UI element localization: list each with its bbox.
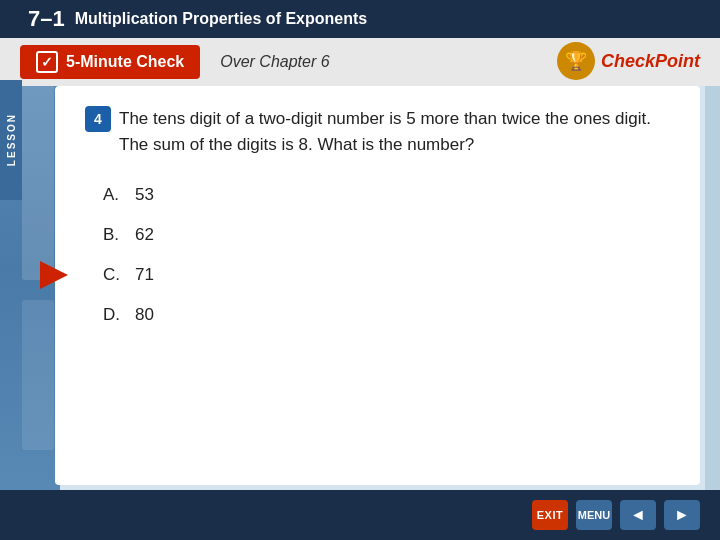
next-button[interactable]: ► bbox=[664, 500, 700, 530]
question-number-badge: 4 bbox=[85, 106, 111, 132]
answer-b[interactable]: B. 62 bbox=[95, 215, 670, 255]
badge-label: 5-Minute Check bbox=[66, 53, 184, 71]
answers-list: A. 53 B. 62 C. 71 D. 80 bbox=[85, 175, 670, 335]
checkpoint-text: CheckPoint bbox=[601, 51, 700, 72]
answer-d-letter: D. bbox=[103, 305, 123, 325]
answer-d[interactable]: D. 80 bbox=[95, 295, 670, 335]
question-row: 4 The tens digit of a two-digit number i… bbox=[85, 106, 670, 157]
answer-c-letter: C. bbox=[103, 265, 123, 285]
prev-button[interactable]: ◄ bbox=[620, 500, 656, 530]
exit-button[interactable]: EXIT bbox=[532, 500, 568, 530]
correct-answer-arrow bbox=[40, 261, 68, 289]
lesson-label: LESSON bbox=[0, 80, 22, 200]
answer-a-value: 53 bbox=[135, 185, 154, 205]
deco-shape-top bbox=[22, 80, 54, 280]
answer-b-letter: B. bbox=[103, 225, 123, 245]
deco-shape-bottom bbox=[22, 300, 54, 450]
answer-a[interactable]: A. 53 bbox=[95, 175, 670, 215]
answer-d-value: 80 bbox=[135, 305, 154, 325]
menu-button[interactable]: MENU bbox=[576, 500, 612, 530]
answer-c[interactable]: C. 71 bbox=[95, 255, 670, 295]
checkpoint-logo: 🏆 CheckPoint bbox=[557, 42, 700, 80]
question-text: The tens digit of a two-digit number is … bbox=[119, 106, 670, 157]
main-content: 4 The tens digit of a two-digit number i… bbox=[55, 86, 700, 485]
checkpoint-emblem: 🏆 bbox=[557, 42, 595, 80]
check-icon: ✓ bbox=[36, 51, 58, 73]
answer-a-letter: A. bbox=[103, 185, 123, 205]
lesson-number: 7–1 bbox=[28, 6, 65, 32]
answer-c-value: 71 bbox=[135, 265, 154, 285]
over-chapter: Over Chapter 6 bbox=[220, 53, 329, 71]
bottom-nav-bar: EXIT MENU ◄ ► bbox=[0, 490, 720, 540]
five-minute-badge: ✓ 5-Minute Check bbox=[20, 45, 200, 79]
top-banner: 7–1 Multiplication Properties of Exponen… bbox=[0, 0, 720, 38]
answer-b-value: 62 bbox=[135, 225, 154, 245]
lesson-title: Multiplication Properties of Exponents bbox=[75, 10, 367, 28]
